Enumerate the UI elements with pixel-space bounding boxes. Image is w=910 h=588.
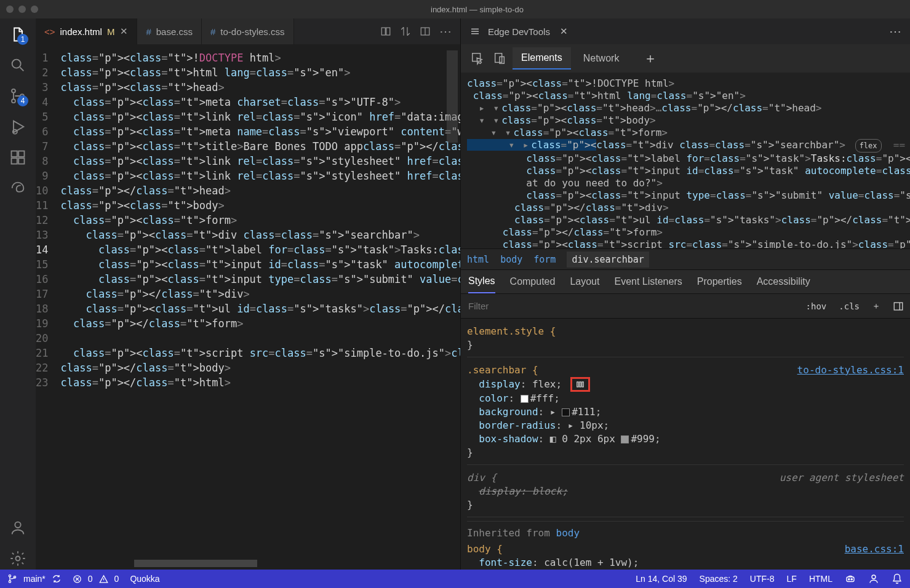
indentation-status[interactable]: Spaces: 2 bbox=[700, 574, 738, 584]
css-file-icon: # bbox=[210, 26, 215, 37]
add-tab-icon[interactable]: ＋ bbox=[644, 49, 657, 68]
svg-rect-7 bbox=[12, 158, 17, 164]
eol-status[interactable]: LF bbox=[787, 574, 797, 584]
branch-icon[interactable] bbox=[7, 574, 17, 584]
svg-rect-8 bbox=[18, 158, 24, 164]
git-branch[interactable]: main* bbox=[23, 574, 46, 584]
close-window-icon[interactable] bbox=[6, 6, 14, 13]
zoom-window-icon[interactable] bbox=[31, 6, 38, 13]
new-style-rule-icon[interactable]: ＋ bbox=[866, 301, 887, 312]
editor-group: <> index.html M ✕ # base.css # to-do-sty… bbox=[36, 18, 461, 570]
crumb-html[interactable]: html bbox=[467, 254, 489, 265]
computed-styles-sidebar-icon[interactable] bbox=[887, 301, 910, 312]
sync-icon[interactable] bbox=[52, 574, 62, 584]
window-controls[interactable] bbox=[6, 6, 38, 13]
feedback-icon[interactable] bbox=[868, 573, 879, 584]
svg-rect-15 bbox=[495, 54, 502, 63]
tab-properties[interactable]: Properties bbox=[697, 270, 742, 293]
rule-element-style[interactable]: element.style {} bbox=[467, 322, 904, 357]
svg-rect-20 bbox=[582, 382, 583, 387]
svg-point-2 bbox=[12, 99, 15, 103]
accounts-icon[interactable] bbox=[7, 517, 29, 539]
svg-point-9 bbox=[15, 522, 20, 528]
more-actions-icon[interactable]: ⋯ bbox=[889, 24, 901, 39]
svg-point-0 bbox=[12, 60, 21, 68]
run-debug-icon[interactable] bbox=[7, 116, 29, 138]
edge-tools-icon[interactable] bbox=[7, 177, 29, 199]
tab-modified-badge: M bbox=[107, 26, 116, 37]
close-icon[interactable]: ✕ bbox=[120, 26, 128, 37]
quokka-status[interactable]: Quokka bbox=[130, 574, 159, 584]
devtools-panel-tab: Edge DevTools ✕ ⋯ bbox=[461, 18, 910, 44]
rule-div-ua[interactable]: user agent stylesheet div { display: blo… bbox=[467, 469, 904, 517]
horizontal-scrollbar[interactable] bbox=[134, 560, 257, 567]
source-control-icon[interactable]: 4 bbox=[7, 85, 29, 107]
svg-point-1 bbox=[12, 89, 15, 93]
inspect-element-icon[interactable] bbox=[468, 52, 487, 65]
dom-breadcrumbs[interactable]: html body form div.searchbar bbox=[461, 248, 910, 269]
text-editor[interactable]: 1234567891011121314151617181920212223 cl… bbox=[36, 44, 460, 570]
svg-rect-17 bbox=[894, 303, 903, 310]
open-changes-icon[interactable] bbox=[380, 26, 391, 37]
window-title: index.html — simple-to-do bbox=[50, 5, 904, 14]
close-icon[interactable]: ✕ bbox=[560, 26, 568, 37]
device-emulation-icon[interactable] bbox=[490, 52, 509, 65]
styles-filter-row: :hov .cls ＋ bbox=[461, 294, 910, 319]
rule-source-link[interactable]: to-do-styles.css:1 bbox=[797, 364, 904, 377]
tab-base-css[interactable]: # base.css bbox=[137, 18, 202, 44]
html-file-icon: <> bbox=[44, 26, 55, 37]
problems-status[interactable]: 0 0 bbox=[73, 574, 119, 584]
cls-toggle[interactable]: .cls bbox=[832, 301, 866, 311]
styles-filter-input[interactable] bbox=[461, 294, 800, 318]
tab-index-html[interactable]: <> index.html M ✕ bbox=[36, 18, 137, 44]
search-icon[interactable] bbox=[7, 54, 29, 76]
tab-layout[interactable]: Layout bbox=[570, 270, 599, 293]
crumb-form[interactable]: form bbox=[533, 254, 556, 265]
tab-network[interactable]: Network bbox=[575, 48, 628, 69]
minimize-window-icon[interactable] bbox=[18, 6, 26, 13]
dom-tree[interactable]: class="p"><class="t">!DOCTYPE html> clas… bbox=[461, 73, 910, 248]
explorer-badge: 1 bbox=[17, 34, 28, 45]
styles-rules-pane[interactable]: element.style {} to-do-styles.css:1 .sea… bbox=[461, 319, 910, 570]
crumb-div-searchbar[interactable]: div.searchbar bbox=[567, 252, 649, 268]
tab-accessibility[interactable]: Accessibility bbox=[757, 270, 810, 293]
tab-computed[interactable]: Computed bbox=[510, 270, 556, 293]
devtools-hamburger-icon[interactable] bbox=[469, 26, 481, 37]
devtools-panel: Edge DevTools ✕ ⋯ Elements Network ＋ cla… bbox=[461, 18, 910, 570]
tab-to-do-styles-css[interactable]: # to-do-styles.css bbox=[202, 18, 294, 44]
rule-source-link[interactable]: base.css:1 bbox=[845, 542, 904, 556]
window-titlebar: index.html — simple-to-do bbox=[0, 0, 910, 18]
tab-elements[interactable]: Elements bbox=[513, 47, 571, 70]
tab-styles[interactable]: Styles bbox=[468, 270, 495, 293]
flexbox-editor-button[interactable] bbox=[570, 377, 590, 392]
encoding-status[interactable]: UTF-8 bbox=[750, 574, 775, 584]
tab-event-listeners[interactable]: Event Listeners bbox=[614, 270, 682, 293]
svg-point-28 bbox=[872, 575, 876, 579]
crumb-body[interactable]: body bbox=[500, 254, 522, 265]
shadow-editor-icon[interactable]: ◧ bbox=[550, 432, 556, 446]
error-icon bbox=[73, 574, 82, 584]
svg-rect-14 bbox=[473, 54, 481, 62]
warning-icon bbox=[99, 574, 108, 584]
explorer-icon[interactable]: 1 bbox=[7, 23, 29, 46]
compare-icon[interactable] bbox=[400, 26, 411, 37]
settings-gear-icon[interactable] bbox=[7, 547, 29, 570]
split-editor-icon[interactable] bbox=[420, 26, 431, 37]
svg-rect-5 bbox=[12, 151, 17, 157]
cursor-position[interactable]: Ln 14, Col 39 bbox=[636, 574, 687, 584]
notifications-icon[interactable] bbox=[892, 573, 903, 584]
extensions-icon[interactable] bbox=[7, 146, 29, 169]
copilot-icon[interactable] bbox=[845, 573, 856, 584]
editor-tab-bar: <> index.html M ✕ # base.css # to-do-sty… bbox=[36, 18, 460, 44]
rule-searchbar[interactable]: to-do-styles.css:1 .searchbar { display:… bbox=[467, 361, 904, 465]
editor-tab-actions: ⋯ bbox=[372, 18, 460, 44]
language-status[interactable]: HTML bbox=[809, 574, 832, 584]
hov-toggle[interactable]: :hov bbox=[800, 301, 833, 311]
code-body[interactable]: class="p"><class="t">!DOCTYPE html> clas… bbox=[55, 44, 460, 570]
svg-point-26 bbox=[848, 579, 850, 580]
css-file-icon: # bbox=[146, 26, 151, 37]
line-number-gutter: 1234567891011121314151617181920212223 bbox=[36, 44, 55, 570]
more-actions-icon[interactable]: ⋯ bbox=[439, 24, 452, 39]
rule-body[interactable]: base.css:1 body { font-size: calc(1em + … bbox=[467, 540, 904, 570]
minimap[interactable] bbox=[447, 50, 458, 204]
